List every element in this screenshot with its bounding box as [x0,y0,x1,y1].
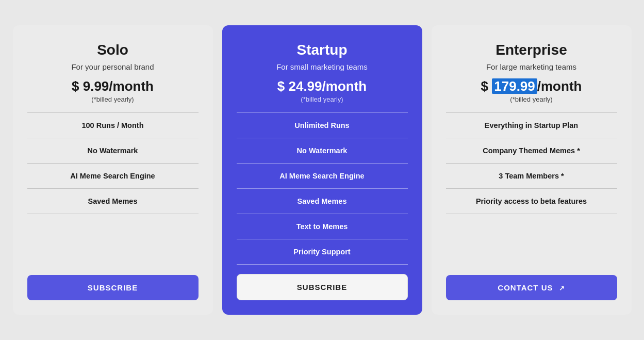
feature-item-enterprise-3: Priority access to beta features [446,189,617,214]
feature-item-startup-5: Priority Support [237,239,408,264]
plan-billing-startup: (*billed yearly) [301,95,343,103]
subscribe-button-startup[interactable]: SUBSCRIBE [237,274,408,300]
plan-name-enterprise: Enterprise [496,42,567,58]
external-link-icon: ↗ [559,284,565,292]
price-highlight: 179.99 [492,78,537,94]
pricing-card-enterprise: EnterpriseFor large marketing teams$ 179… [432,25,632,315]
features-list-startup: Unlimited RunsNo WatermarkAI Meme Search… [237,112,408,265]
plan-tagline-startup: For small marketing teams [276,62,368,71]
plan-name-solo: Solo [97,42,128,58]
feature-item-enterprise-0: Everything in Startup Plan [446,113,617,138]
plan-price-startup: $ 24.99/month [277,78,367,94]
feature-item-startup-4: Text to Memes [237,214,408,239]
feature-item-enterprise-1: Company Themed Memes * [446,138,617,163]
features-list-enterprise: Everything in Startup PlanCompany Themed… [446,112,617,266]
feature-item-startup-2: AI Meme Search Engine [237,164,408,188]
plan-billing-solo: (*billed yearly) [91,95,134,103]
plan-tagline-enterprise: For large marketing teams [486,62,576,71]
plan-name-startup: Startup [297,42,348,58]
feature-item-startup-1: No Watermark [237,138,408,163]
plan-price-solo: $ 9.99/month [72,78,154,94]
plan-price-enterprise: $ 179.99/month [481,78,582,94]
features-list-solo: 100 Runs / MonthNo WatermarkAI Meme Sear… [27,112,199,266]
pricing-card-solo: SoloFor your personal brand$ 9.99/month(… [13,25,213,315]
feature-item-enterprise-2: 3 Team Members * [446,164,617,188]
subscribe-button-enterprise[interactable]: CONTACT US ↗ [446,275,617,300]
plan-billing-enterprise: (*billed yearly) [510,95,552,103]
plan-tagline-solo: For your personal brand [71,62,154,71]
feature-item-solo-0: 100 Runs / Month [27,113,199,138]
divider-enterprise-last [446,214,617,214]
feature-item-startup-3: Saved Memes [237,189,408,214]
subscribe-button-solo[interactable]: SUBSCRIBE [27,275,199,300]
divider-startup-last [237,264,408,265]
pricing-container: SoloFor your personal brand$ 9.99/month(… [13,25,632,315]
divider-solo-last [27,214,199,214]
feature-item-solo-2: AI Meme Search Engine [27,164,199,188]
feature-item-startup-0: Unlimited Runs [237,113,408,138]
pricing-card-startup: StartupFor small marketing teams$ 24.99/… [222,25,422,315]
feature-item-solo-1: No Watermark [27,138,199,163]
feature-item-solo-3: Saved Memes [27,189,199,214]
